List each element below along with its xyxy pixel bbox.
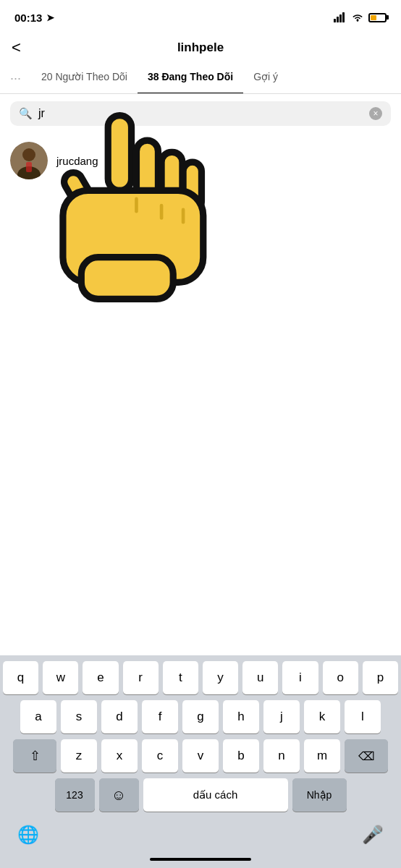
tab-goi-y[interactable]: Gợi ý xyxy=(243,64,288,93)
keyboard-row-1: q w e r t y u i o p xyxy=(3,661,398,694)
battery-icon xyxy=(368,13,387,22)
keyboard-row-3: ⇧ z x c v b n m ⌫ xyxy=(3,739,398,773)
key-w[interactable]: w xyxy=(43,661,78,694)
key-n[interactable]: n xyxy=(263,739,300,773)
tab-bar: ··· 20 Người Theo Dõi 38 Đang Theo Dõi G… xyxy=(0,64,401,94)
search-bar[interactable]: 🔍 jr × xyxy=(10,101,391,126)
wifi-icon xyxy=(351,12,364,22)
svg-rect-8 xyxy=(26,162,32,172)
user-list: jrucdang xyxy=(0,133,401,188)
search-clear-button[interactable]: × xyxy=(369,107,382,120)
key-enter[interactable]: Nhập xyxy=(292,778,347,812)
key-p[interactable]: p xyxy=(363,661,398,694)
key-x[interactable]: x xyxy=(101,739,138,773)
svg-rect-15 xyxy=(81,258,173,299)
key-d[interactable]: d xyxy=(101,700,138,733)
tab-dang-theo-doi[interactable]: 38 Đang Theo Dõi xyxy=(138,64,243,93)
tab-ellipsis[interactable]: ··· xyxy=(0,64,31,93)
avatar xyxy=(10,142,48,179)
status-time: 00:13 ➤ xyxy=(14,12,54,24)
key-z[interactable]: z xyxy=(61,739,97,773)
key-i[interactable]: i xyxy=(282,661,318,694)
time-display: 00:13 xyxy=(14,12,42,24)
key-123[interactable]: 123 xyxy=(55,778,95,812)
key-emoji[interactable]: ☺ xyxy=(99,778,139,812)
key-e[interactable]: e xyxy=(83,661,118,694)
header: < linhpele xyxy=(0,32,401,64)
search-icon: 🔍 xyxy=(19,107,33,120)
mic-icon[interactable]: 🎤 xyxy=(362,825,384,845)
key-k[interactable]: k xyxy=(304,700,340,733)
svg-point-6 xyxy=(22,148,35,161)
key-q[interactable]: q xyxy=(3,661,38,694)
key-shift[interactable]: ⇧ xyxy=(13,739,56,773)
key-y[interactable]: y xyxy=(203,661,238,694)
svg-rect-2 xyxy=(339,14,342,22)
keyboard-row-4: 123 ☺ dấu cách Nhập xyxy=(3,778,398,812)
svg-rect-1 xyxy=(337,17,339,22)
username-label: jrucdang xyxy=(56,155,98,167)
globe-icon[interactable]: 🌐 xyxy=(17,825,39,845)
user-item[interactable]: jrucdang xyxy=(0,136,401,185)
key-g[interactable]: g xyxy=(182,700,219,733)
key-f[interactable]: f xyxy=(142,700,178,733)
key-t[interactable]: t xyxy=(163,661,198,694)
key-o[interactable]: o xyxy=(323,661,358,694)
status-icons xyxy=(334,12,387,22)
key-r[interactable]: r xyxy=(123,661,159,694)
search-container: 🔍 jr × xyxy=(0,94,401,133)
avatar-image xyxy=(10,142,48,179)
key-a[interactable]: a xyxy=(20,700,56,733)
svg-rect-0 xyxy=(334,19,336,22)
key-j[interactable]: j xyxy=(263,700,300,733)
keyboard: q w e r t y u i o p a s d f g h j k l ⇧ … xyxy=(0,655,401,868)
svg-point-4 xyxy=(357,20,359,22)
home-indicator xyxy=(150,858,251,861)
signal-icon xyxy=(334,12,347,22)
keyboard-row-2: a s d f g h j k l xyxy=(3,700,398,733)
key-c[interactable]: c xyxy=(142,739,178,773)
svg-rect-14 xyxy=(63,190,203,282)
page-title: linhpele xyxy=(177,41,224,55)
key-m[interactable]: m xyxy=(304,739,340,773)
key-v[interactable]: v xyxy=(182,739,219,773)
location-icon: ➤ xyxy=(46,12,54,23)
status-bar: 00:13 ➤ xyxy=(0,0,401,32)
search-input[interactable]: jr xyxy=(38,107,363,120)
avatar-wrap xyxy=(10,142,48,179)
back-button[interactable]: < xyxy=(12,40,21,56)
key-l[interactable]: l xyxy=(345,700,381,733)
svg-rect-3 xyxy=(342,12,345,22)
key-backspace[interactable]: ⌫ xyxy=(345,739,388,773)
key-s[interactable]: s xyxy=(61,700,97,733)
key-h[interactable]: h xyxy=(223,700,259,733)
key-u[interactable]: u xyxy=(242,661,278,694)
tab-nguoi-theo-doi[interactable]: 20 Người Theo Dõi xyxy=(31,64,138,93)
key-space[interactable]: dấu cách xyxy=(143,778,288,812)
keyboard-bottom-bar: 🌐 🎤 xyxy=(3,817,398,865)
key-b[interactable]: b xyxy=(223,739,259,773)
